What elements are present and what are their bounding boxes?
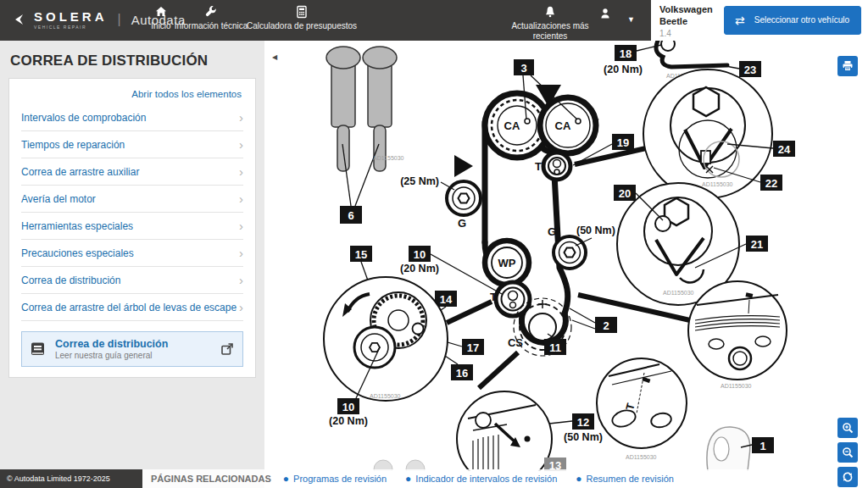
svg-text:(50 Nm): (50 Nm) xyxy=(576,225,615,236)
external-link-icon xyxy=(220,342,234,356)
user-icon xyxy=(598,7,613,20)
locking-pins: AD1155030 xyxy=(326,47,404,206)
logo-separator: | xyxy=(118,12,121,27)
refresh-icon xyxy=(842,471,854,483)
book-icon xyxy=(31,342,47,357)
print-button[interactable] xyxy=(837,56,858,76)
nav-item-updates[interactable]: Actualizaciones más recientes xyxy=(509,5,591,41)
svg-text:18: 18 xyxy=(620,47,632,60)
bullet-icon: ● xyxy=(283,473,289,485)
sidebar-item-correa-auxiliar[interactable]: Correa de arrastre auxiliar › xyxy=(21,158,243,186)
sidebar-item-correa-escape[interactable]: Correa de arrastre del árbol de levas de… xyxy=(21,294,243,321)
brand-name: SOLERA xyxy=(34,9,108,24)
svg-text:1: 1 xyxy=(760,440,765,452)
bell-icon xyxy=(543,5,557,19)
callout-12: 12 (50 Nm) xyxy=(549,413,603,443)
svg-text:CS: CS xyxy=(508,336,523,349)
svg-text:17: 17 xyxy=(467,341,479,354)
svg-text:(20 Nm): (20 Nm) xyxy=(329,415,368,427)
related-link-indicador[interactable]: ● Indicador de intervalos de revisión xyxy=(405,473,557,485)
callout-18: 18 (20 Nm) xyxy=(604,45,661,75)
svg-text:CA: CA xyxy=(555,119,571,132)
sidebar: CORREA DE DISTRIBUCIÓN Abrir todos los e… xyxy=(0,41,264,488)
printer-icon xyxy=(842,60,854,72)
chevron-right-icon: › xyxy=(239,195,243,203)
copyright-bar: © Autodata Limited 1972-2025 xyxy=(0,469,142,488)
vehicle-version: 1.4 xyxy=(659,29,713,38)
vehicle-make: Volkswagen xyxy=(659,4,713,16)
sidebar-collapse-button[interactable]: ◀ xyxy=(268,49,281,66)
vehicle-info: Volkswagen Beetle 1.4 xyxy=(659,4,713,38)
svg-text:AD1155030: AD1155030 xyxy=(702,181,733,187)
diagram-svg: AD1155030 6 CA CA xyxy=(280,41,868,471)
svg-text:AD1155030: AD1155030 xyxy=(373,155,404,161)
sidebar-item-precauciones[interactable]: Precauciones especiales › xyxy=(21,240,243,267)
zoom-out-icon xyxy=(842,446,854,458)
chevron-right-icon: › xyxy=(239,249,243,258)
svg-text:T: T xyxy=(535,160,542,173)
svg-text:(20 Nm): (20 Nm) xyxy=(400,263,439,274)
svg-text:AD1155030: AD1155030 xyxy=(721,383,752,389)
bullet-icon: ● xyxy=(405,473,411,485)
select-other-vehicle-button[interactable]: ⇄ Seleccionar otro vehículo xyxy=(724,6,861,35)
svg-text:15: 15 xyxy=(355,248,367,261)
open-all-link[interactable]: Abrir todos los elementos xyxy=(9,79,255,104)
brand-subtitle: VEHICLE REPAIR xyxy=(34,25,108,30)
sidebar-item-correa-distribucion[interactable]: Correa de distribución › xyxy=(21,267,243,294)
chevron-down-icon[interactable]: ▼ xyxy=(627,15,635,24)
svg-text:G: G xyxy=(458,217,466,230)
guide-title: Correa de distribución xyxy=(55,338,168,350)
inset-cam-hub-top: AD1155030 xyxy=(575,69,772,198)
callout-6: 6 xyxy=(340,206,362,224)
chevron-right-icon: › xyxy=(239,168,243,176)
user-menu[interactable] xyxy=(592,7,619,20)
svg-text:16: 16 xyxy=(456,367,468,380)
sidebar-section-list: Abrir todos los elementos Intervalos de … xyxy=(8,78,256,378)
zoom-in-icon xyxy=(842,422,854,434)
svg-text:AD1155030: AD1155030 xyxy=(370,393,401,399)
svg-text:G: G xyxy=(548,225,556,238)
sidebar-item-tiempos[interactable]: Tiempos de reparación › xyxy=(21,131,243,158)
svg-text:24: 24 xyxy=(778,143,791,156)
svg-text:2: 2 xyxy=(603,319,609,332)
svg-text:(20 Nm): (20 Nm) xyxy=(604,64,643,75)
vehicle-model: Beetle xyxy=(659,16,713,28)
timing-belt-diagram: AD1155030 6 CA CA xyxy=(280,41,868,471)
nav-item-informacion-tecnica[interactable]: Información técnica xyxy=(171,5,251,30)
sidebar-item-averia[interactable]: Avería del motor › xyxy=(21,186,243,213)
chevron-right-icon: › xyxy=(239,114,243,122)
svg-text:19: 19 xyxy=(617,136,629,149)
sidebar-item-herramientas[interactable]: Herramientas especiales › xyxy=(21,213,243,240)
svg-text:22: 22 xyxy=(765,177,777,190)
vehicle-panel: Volkswagen Beetle 1.4 ⇄ Seleccionar otro… xyxy=(651,0,868,41)
sidebar-item-intervalos[interactable]: Intervalos de comprobación › xyxy=(21,104,243,131)
belt-guard-part xyxy=(707,427,750,471)
alignment-triangle-right xyxy=(454,155,473,177)
svg-text:10: 10 xyxy=(414,248,426,261)
top-navigation-bar: SOLERA VEHICLE REPAIR | Autodata Inicio … xyxy=(0,0,651,41)
callout-2: 2 xyxy=(570,308,617,333)
svg-text:21: 21 xyxy=(751,238,763,251)
guide-pulley-left: G (25 Nm) xyxy=(400,175,481,230)
chevron-right-icon: › xyxy=(239,222,243,230)
svg-text:20: 20 xyxy=(619,187,631,200)
svg-text:3: 3 xyxy=(520,62,526,75)
reset-view-button[interactable] xyxy=(837,467,858,487)
bullet-icon: ● xyxy=(576,473,581,485)
zoom-out-button[interactable] xyxy=(837,442,858,463)
svg-text:AD1155030: AD1155030 xyxy=(626,454,657,460)
app-window: SOLERA VEHICLE REPAIR | Autodata Inicio … xyxy=(0,0,868,488)
nav-item-calculadora[interactable]: Calculadora de presupuestos xyxy=(248,5,356,30)
zoom-in-button[interactable] xyxy=(837,418,858,438)
svg-text:14: 14 xyxy=(440,293,453,306)
copyright-text: © Autodata Limited 1972-2025 xyxy=(7,474,110,483)
tensioner-lower: T xyxy=(490,282,530,316)
guide-card[interactable]: Correa de distribución Leer nuestra guía… xyxy=(21,331,243,367)
related-link-programas[interactable]: ● Programas de revisión xyxy=(283,473,387,485)
svg-text:AD1155030: AD1155030 xyxy=(663,290,694,296)
related-pages-title: PÁGINAS RELACIONADAS xyxy=(151,474,271,484)
related-link-resumen[interactable]: ● Resumen de revisión xyxy=(576,473,674,485)
svg-text:12: 12 xyxy=(577,416,589,429)
chevron-right-icon: › xyxy=(239,141,243,149)
page-title: CORREA DE DISTRIBUCIÓN xyxy=(0,41,264,78)
